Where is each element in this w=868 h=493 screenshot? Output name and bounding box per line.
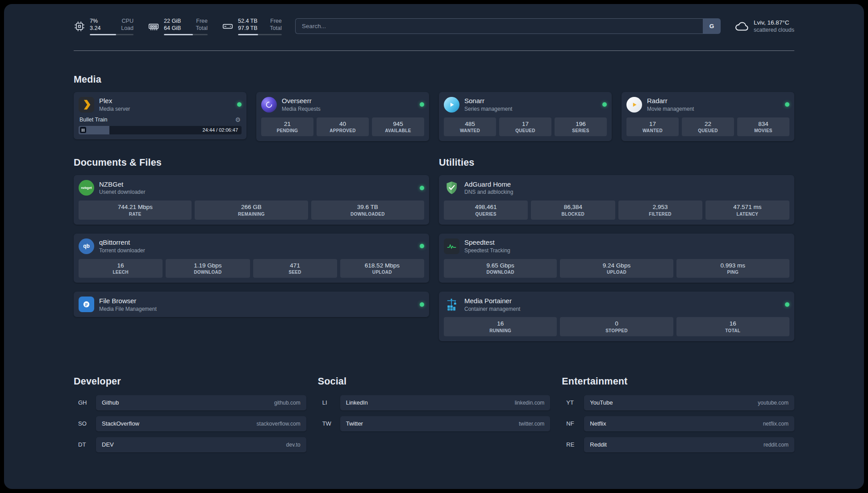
service-text: AdGuard HomeDNS and adblocking — [464, 180, 513, 196]
group-documents-files: Documents & FilesnzbgetNZBGetUsenet down… — [74, 157, 429, 341]
pause-button[interactable] — [80, 127, 86, 133]
service-card-header: RadarrMovie management — [626, 97, 789, 113]
bookmark-link-github[interactable]: Githubgithub.com — [96, 395, 306, 410]
stat-value: 17 — [501, 120, 550, 128]
resource-value: 64 GiB — [164, 25, 181, 32]
speedtest-icon — [444, 238, 459, 254]
stat-value: 2,953 — [620, 203, 701, 211]
service-card-nzbget[interactable]: nzbgetNZBGetUsenet downloader744.21 Mbps… — [74, 175, 429, 225]
status-indicator-online — [420, 186, 424, 190]
stat-value: 16 — [678, 320, 788, 328]
bookmark-link-dev[interactable]: DEVdev.to — [96, 437, 306, 452]
service-text: SonarrSeries management — [464, 97, 512, 112]
stat-label: DOWNLOAD — [446, 270, 555, 275]
stat-rate: 744.21 MbpsRATE — [79, 201, 192, 220]
status-indicator-online — [785, 302, 789, 307]
bookmark-name: Netflix — [590, 420, 606, 427]
now-playing-row: Bullet Train⚙ — [79, 117, 242, 123]
bookmark-name: LinkedIn — [346, 399, 368, 406]
bookmark-row: GHGithubgithub.com — [74, 395, 306, 410]
stat-value: 1.19 Gbps — [167, 262, 248, 270]
group-cards: nzbgetNZBGetUsenet downloader744.21 Mbps… — [74, 175, 429, 317]
status-indicator-online — [420, 244, 424, 248]
stat-value: 0.993 ms — [678, 262, 788, 270]
status-indicator-online — [237, 102, 242, 107]
service-text: OverseerrMedia Requests — [282, 97, 321, 112]
bookmark-link-linkedin[interactable]: LinkedInlinkedin.com — [340, 395, 551, 410]
stat-label: QUERIES — [446, 212, 526, 217]
search-provider-button[interactable]: G — [703, 18, 721, 34]
resource-label: Free — [196, 17, 208, 25]
service-card-adguard[interactable]: AdGuard HomeDNS and adblocking498,461QUE… — [439, 175, 794, 225]
service-name: NZBGet — [99, 180, 145, 189]
service-card-filebrowser[interactable]: File BrowserMedia File Management — [74, 292, 429, 317]
service-stats: 16RUNNING0STOPPED16TOTAL — [444, 317, 789, 336]
bookmark-link-netflix[interactable]: Netflixnetflix.com — [584, 416, 794, 431]
bookmark-url: dev.to — [286, 442, 300, 448]
bookmark-group-title: Developer — [74, 376, 306, 387]
stat-label: DOWNLOADED — [313, 212, 422, 217]
group-utilities: UtilitiesAdGuard HomeDNS and adblocking4… — [439, 157, 794, 341]
bookmark-abbr: YT — [562, 399, 584, 406]
service-card-plex[interactable]: PlexMedia serverBullet Train⚙24:44 / 02:… — [74, 92, 246, 139]
stat-value: 17 — [628, 120, 677, 128]
service-card-header: SpeedtestSpeedtest Tracking — [444, 238, 789, 254]
stat-label: REMAINING — [196, 212, 306, 217]
resource-row: 64 GiBTotal — [164, 25, 208, 32]
service-card-speedtest[interactable]: SpeedtestSpeedtest Tracking9.65 GbpsDOWN… — [439, 234, 794, 283]
bookmark-group-entertainment: EntertainmentYTYouTubeyoutube.comNFNetfl… — [562, 376, 794, 458]
service-description: Torrent downloader — [99, 247, 145, 254]
bookmark-abbr: NF — [562, 420, 584, 427]
bookmark-row: YTYouTubeyoutube.com — [562, 395, 794, 410]
bookmark-name: YouTube — [590, 399, 613, 406]
memory-icon — [148, 21, 159, 32]
group-title: Documents & Files — [74, 157, 429, 168]
service-card-header: qbqBittorrentTorrent downloader — [79, 238, 424, 254]
bookmark-link-reddit[interactable]: Redditreddit.com — [584, 437, 794, 452]
stat-label: RATE — [80, 212, 190, 217]
stat-download: 1.19 GbpsDOWNLOAD — [166, 259, 250, 278]
resource-readout: 7%CPU3.24Load — [90, 17, 134, 35]
now-playing-title: Bullet Train — [79, 117, 108, 123]
service-text: RadarrMovie management — [647, 97, 694, 112]
service-name: File Browser — [99, 297, 157, 305]
service-card-qbittorrent[interactable]: qbqBittorrentTorrent downloader16LEECH1.… — [74, 234, 429, 283]
stat-remaining: 266 GBREMAINING — [195, 201, 308, 220]
stat-label: DOWNLOAD — [167, 270, 248, 275]
resource-row: 22 GiBFree — [164, 17, 208, 25]
service-card-header: nzbgetNZBGetUsenet downloader — [79, 180, 424, 196]
bookmark-url: linkedin.com — [515, 400, 545, 406]
stat-value: 196 — [556, 120, 605, 128]
service-description: Speedtest Tracking — [464, 247, 510, 254]
stat-value: 485 — [446, 120, 494, 128]
service-name: Speedtest — [464, 238, 510, 247]
service-card-radarr[interactable]: RadarrMovie management17WANTED22QUEUED83… — [622, 92, 794, 142]
bookmark-abbr: RE — [562, 441, 584, 448]
nzbget-wordmark: nzbget — [81, 186, 92, 190]
weather-widget[interactable]: Lviv, 16.87°C scattered clouds — [734, 19, 794, 33]
stat-downloaded: 39.6 TBDOWNLOADED — [311, 201, 424, 220]
resource-progressbar — [90, 34, 134, 35]
search-input[interactable] — [295, 18, 703, 34]
playback-progressbar[interactable]: 24:44 / 02:06:47 — [79, 126, 242, 134]
bookmark-url: reddit.com — [764, 442, 789, 448]
bookmark-link-twitter[interactable]: Twittertwitter.com — [340, 416, 551, 431]
stat-queued: 22QUEUED — [682, 117, 734, 137]
service-card-portainer[interactable]: Media PortainerContainer management16RUN… — [439, 292, 794, 341]
bookmark-group-title: Social — [318, 376, 551, 387]
group-title: Utilities — [439, 157, 794, 168]
stat-label: SERIES — [556, 128, 605, 133]
stat-value: 9.24 Gbps — [562, 262, 671, 270]
weather-location: Lviv, 16.87°C — [754, 19, 794, 26]
service-stats: 16LEECH1.19 GbpsDOWNLOAD471SEED618.52 Mb… — [79, 259, 424, 278]
bookmark-link-youtube[interactable]: YouTubeyoutube.com — [584, 395, 794, 410]
settings-gear-icon[interactable]: ⚙ — [235, 117, 241, 123]
bookmark-link-stackoverflow[interactable]: StackOverflowstackoverflow.com — [96, 416, 306, 431]
status-indicator-online — [420, 102, 424, 107]
nzbget-icon: nzbget — [79, 180, 94, 196]
service-name: Sonarr — [464, 97, 512, 105]
service-card-sonarr[interactable]: SonarrSeries management485WANTED17QUEUED… — [439, 92, 612, 142]
service-card-overseerr[interactable]: OverseerrMedia Requests21PENDING40APPROV… — [256, 92, 429, 142]
service-text: SpeedtestSpeedtest Tracking — [464, 238, 510, 254]
stat-upload: 618.52 MbpsUPLOAD — [340, 259, 424, 278]
